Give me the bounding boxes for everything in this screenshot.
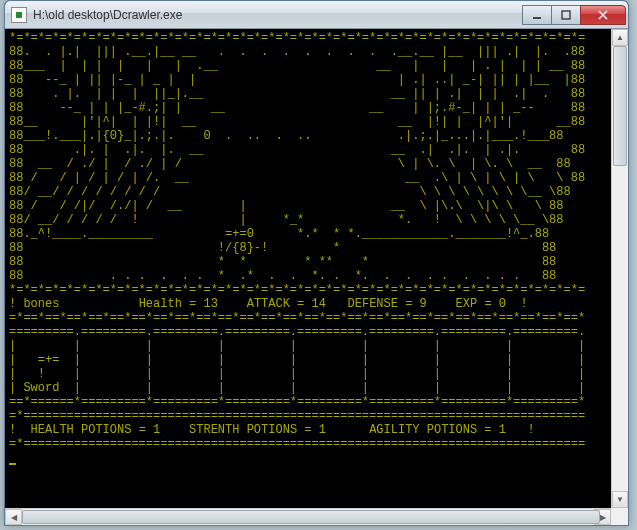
scroll-up-button[interactable]: ▲ [612, 29, 628, 46]
window-controls [523, 5, 626, 25]
scroll-thumb[interactable] [613, 46, 627, 166]
inventory-slot-1-name: Sword [23, 381, 59, 395]
stats-bar: ! bones Health = 13 ATTACK = 14 DEFENSE … [9, 297, 528, 311]
titlebar[interactable]: H:\old desktop\Dcrawler.exe [5, 1, 628, 29]
potions-bar: ! HEALTH POTIONS = 1 STRENTH POTIONS = 1… [9, 423, 535, 437]
scroll-track[interactable] [612, 46, 628, 491]
agility-potions-value: 1 [499, 423, 506, 437]
health-value: 13 [203, 297, 217, 311]
close-button[interactable] [580, 5, 626, 25]
client-area: *=*=*=*=*=*=*=*=*=*=*=*=*=*=*=*=*=*=*=*=… [5, 29, 628, 508]
attack-value: 14 [312, 297, 326, 311]
dungeon-view: *=*=*=*=*=*=*=*=*=*=*=*=*=*=*=*=*=*=*=*=… [9, 31, 585, 297]
horizontal-scrollbar[interactable]: ◀ ▶ [5, 508, 611, 525]
app-window: H:\old desktop\Dcrawler.exe *=*=*=*=*=*=… [4, 0, 629, 526]
defense-value: 9 [420, 297, 427, 311]
scrollbar-corner [611, 508, 628, 525]
console-output: *=*=*=*=*=*=*=*=*=*=*=*=*=*=*=*=*=*=*=*=… [5, 29, 611, 508]
app-icon [11, 7, 27, 23]
strength-potions-value: 1 [319, 423, 326, 437]
health-potions-value: 1 [153, 423, 160, 437]
player-name: bones [23, 297, 59, 311]
cursor-icon [9, 463, 16, 465]
scroll-left-button[interactable]: ◀ [5, 509, 22, 525]
hscroll-track[interactable] [22, 509, 594, 525]
maximize-button[interactable] [551, 5, 581, 25]
bottom-scroll-row: ◀ ▶ [5, 508, 628, 525]
window-title: H:\old desktop\Dcrawler.exe [33, 8, 523, 22]
hscroll-thumb[interactable] [22, 510, 600, 524]
inventory-grid: =========.=========.=========.=========.… [9, 325, 585, 409]
scroll-down-button[interactable]: ▼ [612, 491, 628, 508]
exp-value: 0 [499, 297, 506, 311]
svg-rect-1 [562, 11, 570, 19]
vertical-scrollbar[interactable]: ▲ ▼ [611, 29, 628, 508]
minimize-button[interactable] [522, 5, 552, 25]
